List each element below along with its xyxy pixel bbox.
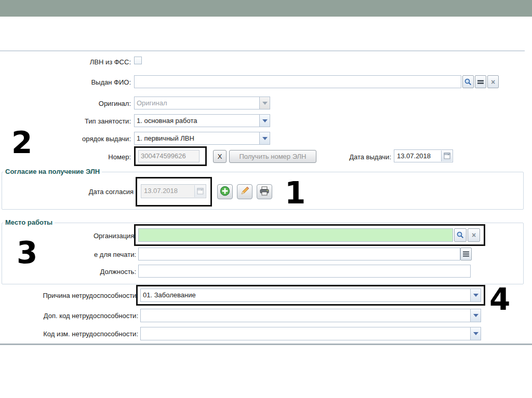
- fss-checkbox[interactable]: [134, 57, 142, 64]
- close-icon: ×: [472, 231, 476, 239]
- number-clear-button[interactable]: X: [213, 150, 227, 163]
- position-input[interactable]: [138, 265, 471, 278]
- chevron-down-icon[interactable]: [259, 115, 270, 127]
- original-label: Оригинал:: [0, 100, 131, 107]
- additional-code-combobox[interactable]: [140, 309, 481, 322]
- consent-date-value: 13.07.2018: [144, 185, 193, 198]
- issue-date-label: Дата выдачи:: [312, 153, 391, 161]
- calendar-icon[interactable]: [194, 185, 205, 197]
- modified-code-combobox[interactable]: [140, 327, 481, 340]
- disability-cause-label: Причина нетрудоспособности:: [0, 292, 138, 299]
- fio-equals-button[interactable]: [475, 75, 486, 88]
- equals-icon: [477, 79, 484, 85]
- organization-clear-button[interactable]: ×: [468, 228, 480, 242]
- print-button[interactable]: [257, 184, 272, 199]
- employment-type-combobox[interactable]: 1. основная работа: [134, 114, 270, 127]
- fio-clear-button[interactable]: ×: [487, 75, 499, 88]
- additional-code-label: Доп. код нетрудоспособности:: [0, 312, 138, 320]
- organization-input[interactable]: [138, 228, 453, 242]
- issue-date-field[interactable]: 13.07.2018: [394, 149, 453, 162]
- modified-code-value: [143, 327, 469, 340]
- fio-input[interactable]: [134, 75, 461, 88]
- issue-order-value: 1. первичный ЛВН: [137, 132, 258, 144]
- fio-search-button[interactable]: [462, 75, 474, 88]
- print-name-menu-button[interactable]: [460, 248, 472, 260]
- chevron-down-icon[interactable]: [259, 97, 270, 109]
- original-combobox-value: Оригинал: [137, 97, 258, 109]
- employment-type-value: 1. основная работа: [137, 115, 258, 127]
- issue-date-value: 13.07.2018: [397, 150, 440, 162]
- number-input[interactable]: 300474599626: [138, 150, 200, 162]
- slide-background: ЛВН из ФСС: Выдан ФИО: × Оригинал: Ориги…: [0, 0, 532, 398]
- add-record-button[interactable]: [217, 184, 233, 199]
- consent-date-field[interactable]: 13.07.2018: [141, 184, 206, 198]
- original-combobox[interactable]: Оригинал: [134, 97, 270, 109]
- get-eln-number-button[interactable]: Получить номер ЭЛН: [229, 150, 316, 163]
- consent-date-label: Дата согласия: [0, 188, 134, 196]
- footer-divider: [0, 344, 532, 345]
- fss-checkbox-label: ЛВН из ФСС:: [0, 58, 131, 66]
- employment-type-label: Тип занятости:: [0, 117, 131, 125]
- issue-order-combobox[interactable]: 1. первичный ЛВН: [134, 132, 270, 145]
- top-title-bar: [0, 0, 532, 17]
- print-name-input[interactable]: [138, 248, 460, 260]
- chevron-down-icon[interactable]: [470, 289, 481, 301]
- magnifier-icon: [457, 231, 464, 239]
- modified-code-label: Код изм. нетрудоспособности:: [0, 330, 138, 338]
- fio-label: Выдан ФИО:: [0, 78, 131, 86]
- callout-number-3: 3: [17, 238, 37, 268]
- organization-search-button[interactable]: [454, 228, 467, 242]
- calendar-icon[interactable]: [441, 150, 452, 161]
- hamburger-icon: [463, 250, 469, 259]
- callout-number-1: 1: [285, 178, 305, 208]
- edit-record-button[interactable]: [237, 184, 252, 199]
- additional-code-value: [143, 309, 469, 322]
- disability-cause-value: 01. Заболевание: [143, 289, 469, 301]
- pencil-icon: [240, 186, 250, 198]
- add-plus-icon: [220, 186, 230, 198]
- callout-number-2: 2: [11, 128, 32, 158]
- callout-number-4: 4: [489, 284, 510, 314]
- workplace-group-title: Место работы: [3, 218, 55, 226]
- chevron-down-icon[interactable]: [259, 132, 270, 144]
- magnifier-icon: [464, 78, 472, 86]
- printer-icon: [259, 186, 270, 198]
- disability-cause-combobox[interactable]: 01. Заболевание: [140, 289, 481, 302]
- consent-group-title: Согласие на получение ЭЛН: [3, 168, 102, 175]
- chevron-down-icon[interactable]: [470, 309, 481, 322]
- chevron-down-icon[interactable]: [470, 327, 481, 340]
- close-icon: ×: [491, 78, 495, 86]
- header-divider: [0, 50, 525, 51]
